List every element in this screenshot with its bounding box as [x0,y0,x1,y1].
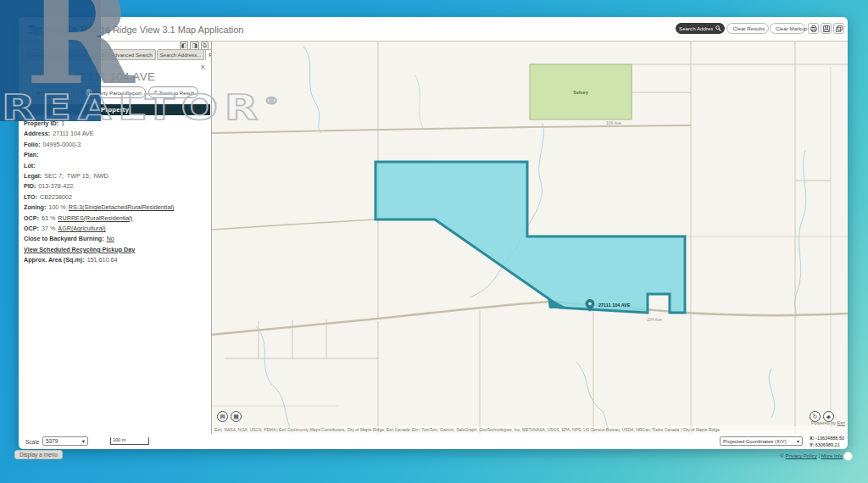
privacy-policy-link[interactable]: Privacy Policy [785,453,816,458]
result-title: 27111 104 AVE [19,70,211,83]
clear-markup-button[interactable]: Clear Markup [770,23,805,34]
tabs-back-icon[interactable]: ‹ [20,51,26,60]
property-parcel-report-button[interactable]: ▤ Property Parcel Report [77,86,146,98]
basemap-button[interactable]: ▦ [231,411,242,422]
save-icon [823,25,830,32]
scale-bar: 100 m [110,437,149,445]
basemap-icon: ▦ [233,414,239,420]
field-approx-area: Approx. Area (Sq.m):151,610.64 [24,255,209,265]
property-parcel-report-label: Property Parcel Report [88,90,142,96]
help-bubble-icon[interactable] [843,452,853,461]
field-folio: Folio:04995-0000-3 [24,140,209,150]
property-panel-header: Property [19,104,210,115]
more-info-link[interactable]: More Info [821,453,843,458]
tab-search-address[interactable]: Search Address... [157,49,205,60]
clear-markup-label: Clear Markup [776,25,807,31]
ocp-link-1[interactable]: RURRES(RuralResidential) [58,214,132,224]
location-pin-dot [588,303,591,305]
cursor-coordinates: X: -13634888.50 Y: 6306989.21 [810,435,844,448]
scale-select[interactable]: 5379 ▾ [42,436,88,446]
desktop-background: Maple Ridge | Ridge View 3.1 Map Applica… [0,0,868,483]
field-recycling-pickup: View Scheduled Recycling Pickup Day [24,245,209,255]
field-address: Address:27111 104 AVE [24,129,209,139]
maple-ridge-logo-icon [24,21,44,36]
search-address-placeholder: Search Address... [679,25,713,31]
field-ocp-1: OCP:63 %RURRES(RuralResidential) [24,214,209,224]
field-plan: Plan: [24,150,209,160]
locate-icon: ◈ [826,414,831,420]
print-button[interactable] [808,23,819,34]
sidebar-tab-bar: ‹ Select Data... Legend Tools / Advanced… [20,49,230,60]
link-separator: | [818,453,820,458]
x-value: -13634888.50 [815,436,844,441]
tab-tools-advanced-search[interactable]: Tools / Advanced Search [91,49,155,60]
powered-by-text: Powered by [811,420,836,425]
powered-by-esri: Powered by Esri [811,420,845,425]
overview-map-button[interactable]: ▤ [217,411,228,422]
field-pid: PID:013-378-422 [24,181,209,192]
map-footer-bar: Scale 5379 ▾ 100 m Projected Coordinates… [19,434,848,449]
backyard-burning-link[interactable]: No [107,234,114,244]
zoom-to-result-icon: ↗ [153,89,157,96]
map-svg: Selvey 27111 104 AVE 106 Ave 104 Ave [212,42,848,435]
zoom-to-result-button[interactable]: ↗ Zoom to Result [148,86,198,98]
field-ocp-2: OCP:37 %AGR(Agricultural) [24,224,209,234]
content-area: ◧ ◨ ⧉ ‹ Select Data... Legend Tools / Ad… [19,41,848,434]
status-tooltip: Display a menu [14,450,63,459]
export-layout-button[interactable] [833,23,844,34]
zoom-to-result-label: Zoom to Result [159,90,194,96]
map-attribution: Esri, NASA, NGA, USGS, FEMA | Esri Commu… [212,426,848,434]
mark-parcel-icon: ▦ [36,89,41,96]
save-button[interactable] [821,23,832,34]
coordinate-system-value: Projected Coordinates (X/Y) [723,439,787,444]
field-lot: Lot: [24,161,209,171]
x-label: X: [810,436,815,441]
map-application-window: Maple Ridge | Ridge View 3.1 Map Applica… [19,17,848,449]
field-zoning: Zoning:100 %RS-3(SingleDetachedRuralResi… [24,203,209,213]
result-actions: ▦ Mark Parcel ▤ Property Parcel Report ↗… [19,86,211,98]
field-property-id: Property ID:1 [24,119,209,129]
y-label: Y: [810,442,814,447]
zoning-link[interactable]: RS-3(SingleDetachedRuralResidential) [69,203,175,213]
esri-link[interactable]: Esri [837,420,845,425]
chevron-down-icon: ▾ [797,438,799,444]
clear-results-button[interactable]: Clear Results [726,23,769,34]
copyright-icon: © [780,453,783,458]
tab-select-data[interactable]: Select Data... [27,49,65,60]
mark-parcel-label: Mark Parcel [42,90,70,96]
parcel-address-label: 27111 104 AVE [598,303,631,308]
footer-links: © Privacy Policy | More Info [780,453,843,458]
coordinate-system-select[interactable]: Projected Coordinates (X/Y) ▾ [720,436,803,446]
logo-wordmark: Maple Ridge [47,24,111,36]
street-label-104-ave: 104 Ave [647,317,662,322]
search-address-input[interactable]: Search Address... [676,23,725,34]
results-sidebar: ◧ ◨ ⧉ ‹ Select Data... Legend Tools / Ad… [19,42,211,434]
tab-legend[interactable]: Legend [66,49,91,60]
search-locate-icon [715,25,721,31]
recycling-pickup-link[interactable]: View Scheduled Recycling Pickup Day [24,245,135,255]
parcel-label-selvey: Selvey [573,90,588,95]
map-canvas[interactable]: Selvey 27111 104 AVE 106 Ave 104 Ave ▤ ▦… [211,42,848,434]
y-value: 6306989.21 [815,442,840,447]
reset-compass-icon: ↻ [813,414,818,420]
export-layout-icon [836,25,843,32]
chevron-down-icon: ▾ [82,438,85,445]
report-icon: ▤ [81,89,86,96]
field-legal: Legal:SEC 7; TWP 15; NWD [24,171,209,181]
scale-label: Scale [25,439,39,445]
mark-parcel-button[interactable]: ▦ Mark Parcel [31,86,75,98]
field-backyard-burning: Close to Backyard Burning:No [24,234,209,244]
scale-value: 5379 [46,438,58,444]
print-icon [810,25,817,32]
clear-results-label: Clear Results [733,25,765,31]
book-icon: ▤ [220,414,225,420]
ocp-link-2[interactable]: AGR(Agricultural) [58,224,105,234]
property-fields: Property ID:1 Address:27111 104 AVE Foli… [24,119,209,266]
field-lto: LTO:CB2238002 [24,192,209,203]
street-label-106-ave: 106 Ave [606,120,621,125]
clear-results-icon [731,25,732,31]
app-title: | Ridge View 3.1 Map Application [108,25,243,35]
app-header: Maple Ridge | Ridge View 3.1 Map Applica… [19,17,848,41]
